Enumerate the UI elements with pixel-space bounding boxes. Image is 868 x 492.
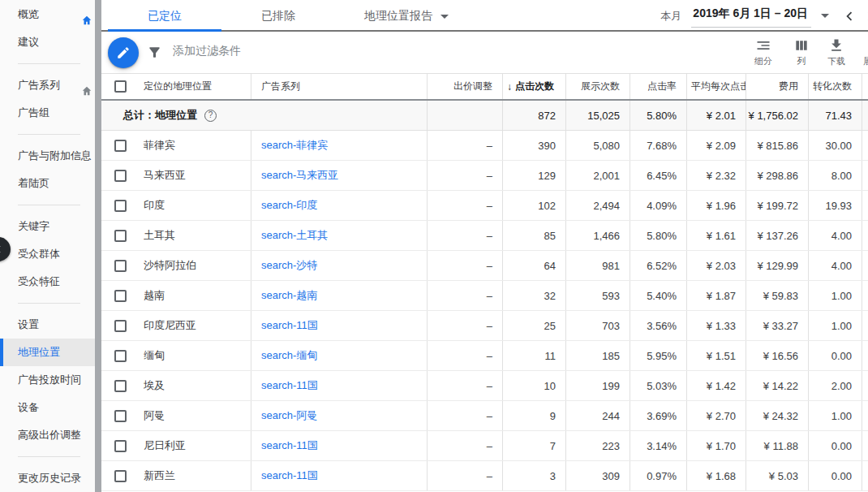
row-checkbox[interactable] [114, 470, 127, 482]
col-header-ctr[interactable]: 点击率 [630, 74, 687, 99]
sidebar-item-keywords[interactable]: 关键字 [0, 213, 95, 240]
chevron-right-icon[interactable] [862, 7, 868, 25]
sidebar-item-devices[interactable]: 设备 [0, 394, 95, 421]
row-checkbox[interactable] [114, 170, 127, 182]
sidebar-item-landing-pages[interactable]: 着陆页 [0, 170, 95, 197]
sidebar-item-settings[interactable]: 设置 [0, 311, 95, 339]
sidebar-item-recommendations[interactable]: 建议 [0, 28, 95, 56]
date-range-value[interactable]: 2019年 6月 1日 – 20日 [691, 5, 811, 28]
row-checkbox[interactable] [114, 440, 127, 452]
campaign-cell: search-缅甸 [251, 341, 428, 370]
row-checkbox[interactable] [114, 140, 127, 152]
sidebar-item-overview[interactable]: 概览 [0, 1, 95, 28]
campaign-link[interactable]: search-马来西亚 [261, 168, 338, 183]
sidebar-item-label: 概览 [18, 8, 39, 20]
table-row: 土耳其search-土耳其–851,4665.80%¥ 1.61¥ 137.26… [101, 221, 868, 251]
location-label: 尼日利亚 [144, 438, 186, 453]
clicks-cell: 11 [503, 341, 566, 370]
col-header-avg-cpc[interactable]: 平均每次点击 [687, 74, 746, 99]
sidebar-item-campaigns[interactable]: 广告系列 [0, 71, 95, 99]
table-total-row: 总计：地理位置 ? 872 15,025 5.80% ¥ 2.01 ¥ 1,75… [101, 101, 868, 131]
sidebar-item-audiences[interactable]: 受众群体 [0, 240, 95, 268]
row-select-cell [101, 431, 139, 460]
sidebar-item-label: 高级出价调整 [18, 429, 81, 441]
cost-cell: ¥ 24.32 [746, 401, 809, 430]
col-header-cost[interactable]: 费用 [746, 74, 809, 99]
col-header-clicks[interactable]: ↓点击次数 [503, 74, 566, 99]
row-checkbox[interactable] [114, 290, 127, 302]
row-checkbox[interactable] [114, 380, 127, 392]
pencil-icon [116, 45, 131, 60]
campaign-cell: search-沙特 [251, 251, 428, 280]
home-icon [81, 80, 92, 91]
col-header-targeted-location[interactable]: 定位的地理位置 [139, 74, 251, 99]
ctr-cell: 4.09% [630, 191, 687, 220]
campaign-link[interactable]: search-11国 [261, 318, 318, 333]
date-preset-label[interactable]: 本月 [660, 9, 681, 24]
cost-cell: ¥ 14.22 [746, 371, 809, 400]
campaign-link[interactable]: search-菲律宾 [261, 138, 328, 153]
cost-cell: ¥ 815.86 [746, 131, 809, 160]
chevron-down-icon[interactable] [821, 14, 829, 18]
campaign-link[interactable]: search-11国 [261, 438, 318, 453]
total-clicks: 872 [503, 101, 566, 130]
sidebar-item-ad-groups[interactable]: 广告组 [0, 99, 95, 127]
row-checkbox[interactable] [114, 320, 127, 332]
row-checkbox[interactable] [114, 230, 127, 242]
row-checkbox[interactable] [114, 410, 127, 422]
col-header-campaign[interactable]: 广告系列 [251, 74, 428, 99]
col-header-bid-adjustment[interactable]: 出价调整 [428, 74, 503, 99]
conversions-cell: 2.00 [809, 371, 862, 400]
tab-geo-report[interactable]: 地理位置报告 [335, 0, 478, 32]
help-icon[interactable]: ? [204, 110, 217, 122]
expand-button[interactable]: 展开 [853, 37, 868, 67]
sidebar-item-label: 广告投放时间 [18, 373, 81, 386]
segment-button[interactable]: 细分 [745, 37, 782, 67]
columns-button[interactable]: 列 [783, 37, 820, 67]
row-select-cell [101, 461, 139, 490]
sidebar-item-advanced-bid-adj[interactable]: 高级出价调整 [0, 421, 95, 449]
table-body: 菲律宾search-菲律宾–3905,0807.68%¥ 2.09¥ 815.8… [101, 131, 868, 491]
campaign-link[interactable]: search-阿曼 [261, 408, 317, 423]
download-button[interactable]: 下载 [818, 37, 855, 67]
col-header-conversions[interactable]: 转化次数 [809, 74, 862, 99]
col-header-label: 广告系列 [261, 80, 300, 93]
row-checkbox[interactable] [114, 350, 127, 362]
sidebar-item-demographics[interactable]: 受众特征 [0, 268, 95, 296]
filter-icon[interactable] [147, 45, 162, 63]
table-row: 缅甸search-缅甸–111855.95%¥ 1.51¥ 16.560.00 [101, 341, 868, 371]
sidebar-item-ads-extensions[interactable]: 广告与附加信息 [0, 142, 95, 170]
row-select-cell [101, 191, 139, 220]
tab-excluded[interactable]: 已排除 [221, 0, 335, 32]
chevron-left-icon[interactable] [840, 7, 858, 25]
tab-label: 已排除 [261, 9, 295, 22]
conversions-cell: 1.00 [809, 311, 862, 340]
campaign-link[interactable]: search-越南 [261, 288, 317, 303]
campaign-link[interactable]: search-印度 [261, 198, 317, 213]
campaign-link[interactable]: search-缅甸 [261, 348, 317, 363]
sort-desc-icon: ↓ [507, 81, 512, 93]
avg-cpc-cell: ¥ 1.96 [687, 191, 746, 220]
campaign-link[interactable]: search-沙特 [261, 258, 317, 273]
tab-targeted[interactable]: 已定位 [108, 0, 221, 32]
avg-cpc-cell: ¥ 2.70 [687, 401, 746, 430]
campaign-link[interactable]: search-11国 [261, 468, 318, 483]
campaign-link[interactable]: search-11国 [261, 378, 318, 393]
select-all-checkbox[interactable] [114, 80, 127, 93]
table-row: 菲律宾search-菲律宾–3905,0807.68%¥ 2.09¥ 815.8… [101, 131, 868, 161]
clicks-cell: 129 [503, 161, 566, 190]
sidebar-scrollbar[interactable] [95, 0, 101, 492]
sidebar-item-change-history[interactable]: 更改历史记录 [0, 464, 95, 492]
filter-input[interactable] [171, 43, 463, 58]
row-select-cell [101, 371, 139, 400]
sidebar-item-locations[interactable]: 地理位置 [0, 339, 95, 366]
edit-fab-button[interactable] [108, 37, 139, 68]
columns-icon [783, 37, 820, 54]
sidebar-item-ad-schedule[interactable]: 广告投放时间 [0, 366, 95, 394]
cost-cell: ¥ 199.72 [746, 191, 809, 220]
location-cell: 埃及 [139, 371, 251, 400]
row-checkbox[interactable] [114, 260, 127, 272]
col-header-impressions[interactable]: 展示次数 [566, 74, 630, 99]
row-checkbox[interactable] [114, 200, 127, 212]
campaign-link[interactable]: search-土耳其 [261, 228, 328, 243]
